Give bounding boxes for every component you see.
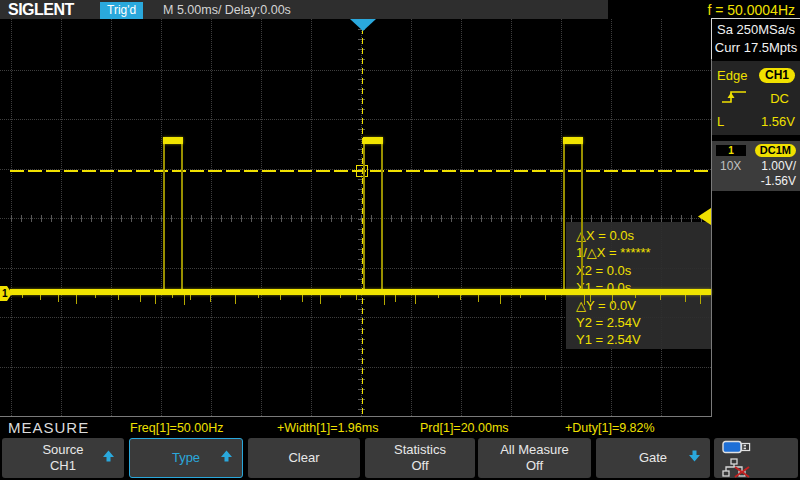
arrow-down-icon	[688, 450, 701, 467]
waveform-noise-tick	[500, 295, 501, 304]
waveform-noise-tick	[172, 295, 173, 298]
lan-disconnected-icon	[722, 458, 798, 480]
waveform-noise-tick	[235, 295, 236, 304]
waveform-noise-tick	[520, 295, 521, 298]
trigger-panel[interactable]: Edge CH1 DC L 1.56V	[712, 61, 800, 135]
all-measure-button-label: All Measure	[500, 442, 569, 458]
volts-per-div: 1.00V/	[761, 159, 796, 173]
waveform-noise-tick	[320, 295, 321, 304]
waveform-noise-tick	[660, 295, 661, 300]
grid-hline	[0, 70, 711, 71]
waveform-noise-tick	[302, 295, 303, 302]
waveform-noise-tick	[140, 295, 141, 302]
probe-attenuation: 10X	[720, 159, 741, 173]
waveform-display: △X = 0.0s 1/△X = ****** X2 = 0.0s X1 = 0…	[0, 19, 712, 417]
brand-logo: SIGLENT	[8, 1, 74, 19]
cursor-x2: X2 = 0.0s	[576, 262, 711, 279]
cursor-y2: Y2 = 2.54V	[576, 314, 711, 331]
cursor-inv-delta-x: 1/△X = ******	[576, 244, 711, 261]
arrow-up-icon	[220, 450, 233, 467]
type-button-label: Type	[172, 450, 200, 466]
measure-period: Prd[1]=20.00ms	[420, 421, 509, 435]
waveform-baseline	[10, 289, 711, 295]
soft-menu: Source CH1 Type Clear Statistics Off All…	[0, 438, 800, 480]
acquisition-panel: Sa 250MSa/s Curr 17.5Mpts	[711, 18, 800, 59]
source-button-label: Source	[42, 442, 83, 458]
grid-hline	[0, 367, 711, 368]
waveform-noise-tick	[415, 295, 416, 304]
waveform-noise-tick	[280, 295, 281, 300]
waveform-falling-edge	[181, 144, 183, 289]
all-measure-button[interactable]: All Measure Off	[478, 438, 591, 478]
waveform-noise-tick	[395, 295, 396, 302]
waveform-noise-tick	[190, 295, 191, 300]
waveform-noise-tick	[460, 295, 461, 300]
gate-button[interactable]: Gate	[596, 438, 710, 478]
trigger-level-value: 1.56V	[761, 114, 795, 129]
measure-bar: MEASURE Freq[1]=50.00Hz +Width[1]=1.96ms…	[0, 418, 800, 437]
measure-freq: Freq[1]=50.00Hz	[130, 421, 223, 435]
waveform-pulse-top	[163, 137, 183, 144]
waveform-noise-tick	[340, 295, 341, 298]
grid-hline	[0, 119, 711, 120]
waveform-noise-tick	[545, 295, 546, 300]
memory-depth: Curr 17.5Mpts	[712, 39, 800, 57]
timebase-readout: M 5.00ms/ Delay:0.00s	[163, 3, 291, 17]
status-icon-tray	[714, 438, 798, 478]
channel1-panel[interactable]: 1 DC1M 10X 1.00V/ -1.56V	[712, 141, 800, 191]
channel-offset: -1.56V	[761, 174, 796, 188]
waveform-noise-tick	[635, 295, 636, 298]
cursor-delta-y: △Y = 0.0V	[576, 297, 711, 314]
statistics-button[interactable]: Statistics Off	[365, 438, 475, 478]
oscilloscope-screen: { "top_bar": { "logo": "SIGLENT", "trigg…	[0, 0, 800, 480]
waveform-rising-edge	[363, 144, 365, 289]
waveform-noise-tick	[356, 295, 357, 300]
source-button-value: CH1	[50, 458, 76, 474]
trigger-level-label: L	[717, 114, 724, 129]
waveform-noise-tick	[22, 295, 23, 298]
trigger-type: Edge	[717, 68, 747, 83]
waveform-noise-tick	[700, 295, 701, 304]
waveform-noise-tick	[155, 295, 156, 304]
trigger-status-badge: Trig'd	[100, 2, 143, 19]
waveform-noise-tick	[76, 295, 77, 304]
top-status-bar: SIGLENT Trig'd M 5.00ms/ Delay:0.00s f =…	[0, 0, 800, 19]
channel-coupling-badge: DC1M	[755, 144, 796, 157]
waveform-pulse-top	[563, 137, 583, 144]
waveform-noise-spike	[584, 295, 585, 305]
frequency-counter: f = 50.0004Hz	[707, 2, 795, 18]
waveform-falling-edge	[381, 144, 383, 289]
waveform-noise-tick	[210, 295, 211, 302]
waveform-noise-tick	[685, 295, 686, 302]
channel-number-badge: 1	[716, 145, 746, 156]
top-bar-background	[0, 0, 608, 19]
arrow-up-icon	[102, 450, 115, 467]
waveform-noise-tick	[95, 295, 96, 298]
waveform-rising-edge	[163, 144, 165, 289]
cursor-readout-box: △X = 0.0s 1/△X = ****** X2 = 0.0s X1 = 0…	[566, 222, 711, 349]
measure-duty: +Duty[1]=9.82%	[565, 421, 655, 435]
gate-button-label: Gate	[639, 450, 667, 466]
cursor-crosshair-marker[interactable]	[356, 165, 368, 177]
sample-rate: Sa 250MSa/s	[712, 21, 800, 39]
waveform-noise-tick	[58, 295, 59, 302]
cursor-delta-x: △X = 0.0s	[576, 227, 711, 244]
type-button[interactable]: Type	[129, 438, 243, 478]
all-measure-button-value: Off	[526, 458, 543, 474]
waveform-noise-tick	[478, 295, 479, 302]
clear-button[interactable]: Clear	[248, 438, 360, 478]
usb-device-icon	[722, 440, 798, 459]
trigger-source-badge: CH1	[759, 68, 795, 83]
rising-edge-icon	[721, 89, 747, 108]
waveform-noise-tick	[258, 295, 259, 298]
waveform-noise-tick	[438, 295, 439, 298]
trigger-coupling: DC	[770, 91, 789, 106]
measure-title: MEASURE	[8, 419, 89, 436]
measure-width: +Width[1]=1.96ms	[277, 421, 378, 435]
waveform-noise-tick	[590, 295, 591, 302]
waveform-noise-tick	[612, 295, 613, 304]
source-button[interactable]: Source CH1	[2, 438, 124, 478]
waveform-rising-edge	[563, 144, 565, 289]
waveform-noise-tick	[118, 295, 119, 300]
waveform-pulse-top	[363, 137, 383, 144]
